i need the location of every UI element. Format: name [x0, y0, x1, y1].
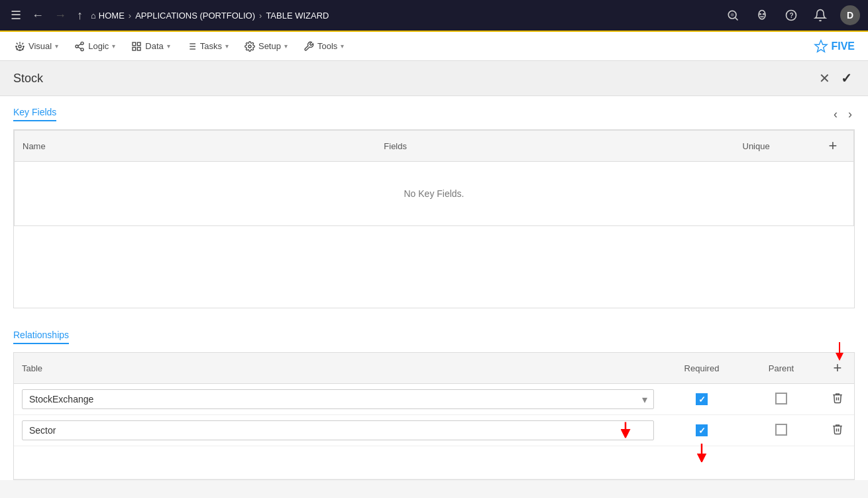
- svg-point-5: [763, 13, 765, 15]
- menu-icon[interactable]: ☰: [8, 5, 24, 25]
- data-label: Data: [145, 41, 163, 51]
- key-fields-table-wrapper: Name Fields Unique + No Key Fields.: [13, 129, 855, 308]
- col-header-required: Required: [662, 353, 741, 384]
- toolbar-visual[interactable]: Visual ▾: [8, 37, 65, 56]
- logic-label: Logic: [88, 41, 109, 51]
- setup-label: Setup: [258, 41, 281, 51]
- select-wrapper-2: Sector: [22, 420, 654, 440]
- rel-required-cell-1: ✓: [662, 384, 741, 415]
- secondary-toolbar: Visual ▾ Logic ▾ Data ▾ Tasks ▾ Setup ▾ …: [0, 32, 868, 61]
- stock-header: Stock ✕ ✓: [0, 61, 868, 96]
- tab-relationships[interactable]: Relationships: [13, 330, 69, 344]
- tab-bar-relationships: Relationships: [13, 330, 855, 344]
- select-wrapper-1: StockExchange ▾: [22, 389, 654, 409]
- confirm-button[interactable]: ✓: [838, 69, 855, 88]
- red-arrow-annotation-top: [830, 341, 849, 361]
- rel-delete-cell-2: [821, 415, 854, 446]
- breadcrumb-sep-1: ›: [129, 11, 131, 21]
- empty-message: No Key Fields.: [15, 162, 854, 226]
- table-select-1[interactable]: StockExchange: [22, 389, 654, 409]
- key-fields-table: Name Fields Unique + No Key Fields.: [14, 130, 854, 226]
- visual-dropdown-arrow: ▾: [55, 42, 58, 50]
- toolbar-tasks[interactable]: Tasks ▾: [180, 37, 235, 56]
- bell-icon[interactable]: [811, 6, 830, 25]
- col-add-rel-header: +: [821, 353, 854, 384]
- col-add-header: +: [821, 131, 854, 162]
- home-icon: ⌂: [91, 11, 96, 21]
- main-content: Stock ✕ ✓ Key Fields ‹ › Name Fields Uni…: [0, 61, 868, 480]
- rel-parent-cell-2: [741, 415, 821, 446]
- svg-rect-13: [138, 42, 141, 46]
- visual-label: Visual: [28, 41, 52, 51]
- add-relationship-button[interactable]: +: [834, 359, 842, 377]
- table-select-2[interactable]: Sector: [22, 420, 654, 440]
- rel-table-cell-1: StockExchange ▾: [14, 384, 662, 415]
- svg-point-11: [81, 48, 83, 50]
- stock-actions: ✕ ✓: [816, 69, 855, 88]
- portfolio-label[interactable]: APPLICATIONS (PORTFOLIO): [135, 11, 255, 21]
- tab-key-fields[interactable]: Key Fields: [13, 107, 56, 121]
- help-icon[interactable]: ?: [782, 6, 800, 25]
- col-header-parent: Parent: [741, 353, 821, 384]
- nav-right: ? D: [724, 5, 860, 25]
- data-dropdown-arrow: ▾: [167, 42, 170, 50]
- svg-point-8: [19, 45, 21, 48]
- rel-empty-row: [14, 446, 854, 479]
- alien-icon[interactable]: [753, 6, 771, 25]
- required-checkbox-2[interactable]: ✓: [696, 424, 708, 436]
- add-key-field-button[interactable]: +: [829, 137, 838, 155]
- rel-parent-cell-1: [741, 384, 821, 415]
- col-header-fields: Fields: [376, 131, 734, 162]
- svg-point-22: [248, 45, 251, 48]
- delete-relationship-button-1[interactable]: [832, 392, 843, 407]
- svg-text:?: ?: [790, 12, 794, 19]
- key-fields-section: Key Fields ‹ › Name Fields Unique +: [0, 96, 868, 308]
- delete-relationship-button-2[interactable]: [832, 423, 843, 438]
- col-header-table: Table: [14, 353, 662, 384]
- relationship-row-1: StockExchange ▾ ✓: [14, 384, 854, 415]
- parent-checkbox-1[interactable]: [775, 393, 787, 405]
- toolbar-data[interactable]: Data ▾: [125, 37, 176, 56]
- svg-rect-15: [138, 47, 141, 50]
- breadcrumb-sep-2: ›: [259, 11, 262, 21]
- five-logo: FIVE: [814, 39, 855, 54]
- toolbar-setup[interactable]: Setup ▾: [238, 37, 294, 56]
- avatar[interactable]: D: [840, 5, 860, 25]
- col-header-name: Name: [15, 131, 376, 162]
- col-header-unique: Unique: [735, 131, 821, 162]
- relationships-table: Table Required Parent +: [14, 353, 854, 479]
- parent-checkbox-2[interactable]: [775, 424, 787, 436]
- wizard-label: TABLE WIZARD: [266, 11, 329, 21]
- logic-dropdown-arrow: ▾: [112, 42, 115, 50]
- relationships-table-wrapper: Table Required Parent +: [13, 352, 855, 480]
- search-icon[interactable]: [724, 6, 742, 25]
- relationship-row-2: Sector: [14, 415, 854, 446]
- svg-rect-12: [133, 42, 136, 46]
- tab-bar-key-fields: Key Fields ‹ ›: [13, 107, 855, 121]
- rel-table-cell-2: Sector: [14, 415, 662, 446]
- svg-line-1: [735, 18, 738, 21]
- key-fields-empty-row: No Key Fields.: [15, 162, 854, 226]
- stock-title: Stock: [13, 72, 43, 86]
- close-button[interactable]: ✕: [816, 69, 833, 88]
- svg-point-10: [76, 45, 78, 48]
- home-label[interactable]: HOME: [99, 11, 125, 21]
- top-nav: ☰ ← → ↑ ⌂ HOME › APPLICATIONS (PORTFOLIO…: [0, 0, 868, 32]
- toolbar-logic[interactable]: Logic ▾: [68, 37, 122, 56]
- required-checkbox-1[interactable]: ✓: [696, 393, 708, 405]
- svg-point-2: [731, 13, 734, 17]
- up-icon[interactable]: ↑: [74, 6, 85, 25]
- svg-point-4: [759, 13, 761, 15]
- back-icon[interactable]: ←: [29, 6, 46, 25]
- relationships-section: Relationships Table Required Parent +: [0, 308, 868, 480]
- tab-prev-button[interactable]: ‹: [831, 107, 840, 121]
- svg-rect-14: [133, 47, 136, 50]
- rel-required-cell-2: ✓: [662, 415, 741, 446]
- check-icon-1: ✓: [698, 395, 706, 405]
- breadcrumb: ⌂ HOME › APPLICATIONS (PORTFOLIO) › TABL…: [91, 11, 329, 21]
- toolbar-tools[interactable]: Tools ▾: [297, 37, 351, 56]
- forward-icon[interactable]: →: [52, 6, 69, 25]
- tab-next-button[interactable]: ›: [845, 107, 855, 121]
- home-link[interactable]: ⌂ HOME: [91, 11, 125, 21]
- svg-point-9: [81, 42, 83, 44]
